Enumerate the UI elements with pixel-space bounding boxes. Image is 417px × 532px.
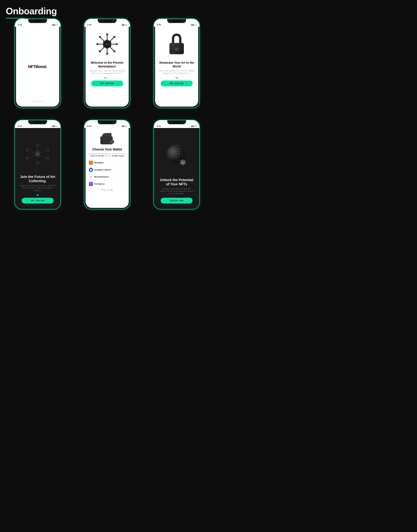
fortmatic-chevron: ›	[124, 183, 125, 185]
dark-dot-4	[37, 195, 39, 196]
screen-4: NFT Join the Future of Art Collecting. E…	[16, 128, 59, 208]
metamask-icon	[89, 161, 93, 165]
status-time-1: 9:41	[18, 24, 22, 26]
svg-point-11	[113, 36, 115, 38]
dark-icon-4: NFT	[19, 131, 56, 175]
dot-3-1	[174, 77, 175, 78]
phone-3: 9:41 ▐▐▐▼⊟ NFT	[154, 19, 200, 108]
dots-2	[104, 77, 110, 78]
dark-icon-6: NFT	[158, 131, 195, 178]
explore-now-btn[interactable]: Explore Now	[161, 198, 192, 203]
phone-notch-5	[98, 120, 116, 124]
svg-marker-47	[90, 162, 91, 163]
wallet-option-fortmatic[interactable]: F Fortmatic ›	[88, 181, 126, 188]
nft-lock-icon: NFT	[167, 32, 186, 56]
svg-text:NFT: NFT	[36, 153, 39, 155]
skip-now-label[interactable]: Skip to Now	[88, 189, 126, 192]
svg-text:NFT: NFT	[181, 162, 185, 164]
page-header: Onboarding	[6, 6, 411, 19]
svg-marker-49	[91, 163, 91, 164]
dot-1	[104, 77, 106, 78]
nft-wallet-icon: NFT	[99, 132, 115, 145]
wallet-subtitle: By connecting your wallet, you agree to …	[88, 153, 126, 157]
phones-grid: 9:41 ▐▐▐▼⊟ NFTBoost. Version 0.0.1 9:41	[6, 19, 208, 210]
walletconnect-chevron: ›	[124, 176, 125, 178]
svg-point-1	[106, 33, 108, 35]
phone-6: 9:41 ▐▐▐▼⊟	[154, 120, 200, 210]
phone-5: 9:41 ▐▐▐▼⊟	[84, 120, 130, 210]
screen-5: NFT Choose Your Wallet By connecting you…	[85, 128, 129, 208]
phone-notch-2	[98, 19, 116, 23]
dot-3-2	[176, 77, 178, 78]
onboard-title-2: Welcome to the Premier Marketplace!	[88, 61, 126, 68]
phone-1: 9:41 ▐▐▐▼⊟ NFTBoost. Version 0.0.1	[14, 19, 61, 108]
status-time-3: 9:41	[157, 24, 161, 26]
phone-wrapper-6: 9:41 ▐▐▐▼⊟	[145, 120, 208, 210]
metamask-chevron: ›	[124, 161, 125, 164]
logo-dot: .	[46, 64, 47, 69]
walletconnect-label: WalletConnect	[94, 176, 109, 178]
svg-point-15	[113, 50, 115, 52]
status-time-5: 9:41	[87, 125, 92, 127]
wallet-option-coinbase[interactable]: Coinbase Wallet ›	[88, 166, 126, 173]
phone-4: 9:41 ▐▐▐▼⊟	[14, 120, 61, 210]
phone-wrapper-2: 9:41 ▐▐▐▼⊟	[75, 19, 139, 108]
splash-logo: NFTBoost.	[28, 64, 47, 69]
get-started-btn-3[interactable]: Get Started	[161, 80, 192, 86]
get-started-btn-2[interactable]: Get Started	[91, 80, 123, 86]
phone-wrapper-5: 9:41 ▐▐▐▼⊟	[75, 120, 139, 210]
phone-notch-4	[28, 120, 47, 124]
svg-marker-48	[91, 162, 92, 163]
svg-marker-44	[90, 161, 91, 162]
wallet-icon-area: NFT	[88, 130, 126, 145]
svg-marker-43	[91, 161, 92, 162]
page-title: Onboarding	[6, 6, 411, 17]
phone-notch-3	[167, 19, 186, 23]
svg-text:NFT: NFT	[111, 141, 114, 143]
status-time-6: 9:41	[157, 125, 161, 127]
phone-notch-6	[167, 120, 186, 124]
status-icons-5: ▐▐▐▼⊟	[122, 125, 127, 127]
status-icons-1: ▐▐▐▼⊟	[52, 24, 57, 26]
wallet-option-walletconnect[interactable]: WalletConnect ›	[88, 173, 126, 181]
wallet-title: Choose Your Wallet	[88, 148, 126, 151]
dark-title-6: Unlock the Potential of Your NFTs	[158, 178, 195, 186]
svg-point-3	[106, 53, 108, 55]
svg-marker-46	[90, 163, 91, 164]
dark-title-4: Join the Future of Art Collecting.	[19, 175, 56, 183]
phone-notch-1	[28, 19, 47, 23]
phone-wrapper-1: 9:41 ▐▐▐▼⊟ NFTBoost. Version 0.0.1	[6, 19, 70, 108]
wallet-option-metamask[interactable]: Metamask ›	[88, 159, 126, 166]
svg-text:NFT: NFT	[105, 43, 109, 46]
screen-2: NFT Welcome to the Premier Marketplace! …	[85, 27, 129, 107]
dot-2	[107, 77, 108, 78]
status-icons-2: ▐▐▐▼⊟	[122, 24, 127, 26]
dot-3	[109, 77, 110, 78]
svg-marker-32	[46, 148, 50, 152]
metamask-label: Metamask	[94, 162, 103, 164]
svg-marker-33	[25, 156, 29, 160]
svg-point-13	[99, 50, 101, 52]
onboard-subtitle-3: Share Your Creativity with Our Global Co…	[158, 70, 195, 74]
dark-subtitle-6: Maximize the Value of Your NFT Collectio…	[158, 188, 195, 195]
phone-wrapper-4: 9:41 ▐▐▐▼⊟	[6, 120, 70, 210]
onboard-title-3: Showcase Your Art to the World	[158, 61, 195, 68]
coinbase-label: Coinbase Wallet	[94, 169, 111, 171]
svg-point-5	[96, 43, 98, 45]
svg-marker-31	[25, 148, 29, 152]
dark-subtitle-4: Experience the Revolutionary World of NF…	[19, 185, 56, 192]
svg-marker-50	[91, 163, 91, 164]
status-time-2: 9:41	[87, 24, 92, 26]
coinbase-icon	[89, 168, 93, 172]
coinbase-chevron: ›	[124, 169, 125, 171]
svg-text:NFT: NFT	[175, 48, 178, 50]
svg-marker-45	[91, 163, 92, 164]
svg-marker-34	[46, 156, 50, 160]
svg-marker-29	[36, 143, 39, 147]
phone-2: 9:41 ▐▐▐▼⊟	[84, 19, 130, 108]
screen-6: NFT Unlock the Potential of Your NFTs Ma…	[155, 128, 198, 208]
status-icons-4: ▐▐▐▼⊟	[52, 125, 57, 127]
onboard-icon-2: NFT	[88, 30, 126, 59]
get-started-btn-4[interactable]: Get Started	[22, 198, 53, 203]
svg-marker-30	[36, 161, 39, 165]
